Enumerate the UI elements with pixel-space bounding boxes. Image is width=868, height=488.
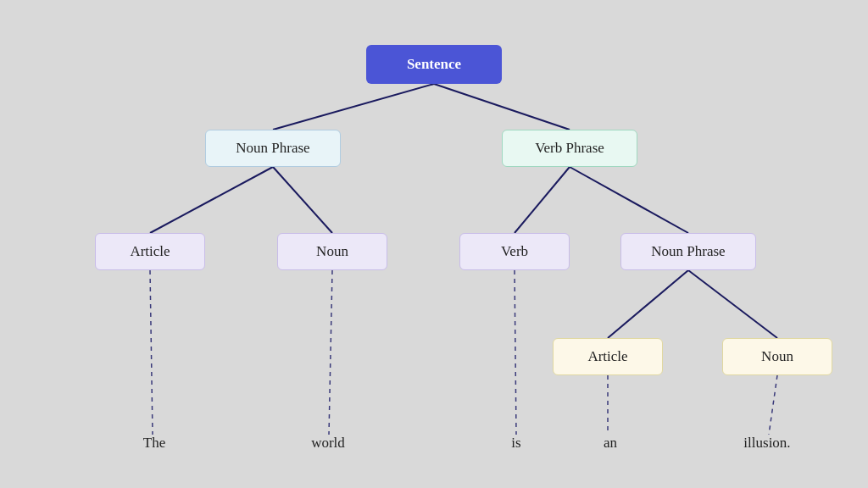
svg-line-5 (570, 167, 688, 233)
svg-line-12 (769, 375, 777, 435)
node-noun-phrase-2: Noun Phrase (620, 233, 756, 270)
node-noun1-label: Noun (316, 243, 348, 260)
node-sentence: Sentence (366, 45, 502, 84)
svg-line-1 (434, 84, 570, 130)
leaf-an: an (585, 435, 636, 452)
svg-line-6 (608, 270, 688, 338)
leaf-world: world (294, 435, 362, 452)
node-article1-label: Article (130, 243, 170, 260)
node-vp-label: Verb Phrase (535, 140, 604, 157)
node-noun2-label: Noun (761, 348, 793, 365)
node-sentence-label: Sentence (407, 56, 461, 73)
node-verb: Verb (459, 233, 570, 270)
svg-line-0 (273, 84, 434, 130)
node-noun-phrase-1: Noun Phrase (205, 130, 341, 167)
node-article2-label: Article (587, 348, 627, 365)
node-verb-phrase: Verb Phrase (502, 130, 637, 167)
svg-line-3 (273, 167, 332, 233)
node-noun-2: Noun (722, 338, 832, 375)
svg-line-2 (150, 167, 273, 233)
svg-line-7 (688, 270, 777, 338)
node-np2-label: Noun Phrase (651, 243, 725, 260)
svg-line-4 (515, 167, 570, 233)
node-np1-label: Noun Phrase (236, 140, 309, 157)
node-article-2: Article (553, 338, 663, 375)
leaf-the: The (120, 435, 188, 452)
node-article-1: Article (95, 233, 205, 270)
parse-tree: Sentence Noun Phrase Verb Phrase Article… (27, 19, 841, 469)
svg-line-9 (329, 270, 332, 435)
leaf-is: is (491, 435, 542, 452)
svg-line-10 (515, 270, 516, 435)
leaf-illusion: illusion. (725, 435, 810, 452)
node-verb-label: Verb (501, 243, 528, 260)
node-noun-1: Noun (277, 233, 387, 270)
svg-line-8 (150, 270, 153, 435)
